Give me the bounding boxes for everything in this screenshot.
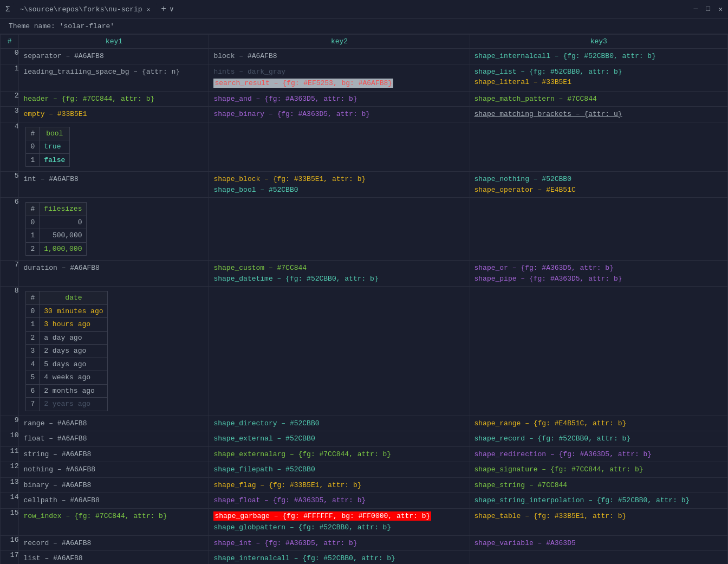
- cell-2-key1: header – {fg: #7CC844, attr: b}: [19, 91, 209, 107]
- row-num-10: 10: [1, 431, 19, 447]
- row-num-6: 6: [1, 198, 19, 261]
- cell-8-key1: # date 0 30 minutes ago 1 3 hours: [19, 287, 209, 416]
- cell-13-key3: shape_string – #7CC844: [470, 477, 727, 493]
- cell-5-key2: shape_block – {fg: #33B5E1, attr: b} sha…: [209, 172, 470, 198]
- cell-2-key3: shape_match_pattern – #7CC844: [470, 91, 727, 107]
- cell-0-key2: block – #A6AFB8: [209, 49, 470, 64]
- cell-14-key3: shape_string_interpolation – {fg: #52CBB…: [470, 493, 727, 509]
- table-row: 1 leading_trailing_space_bg – {attr: n} …: [1, 64, 728, 91]
- cell-17-key1: list – #A6AFB8: [19, 551, 209, 565]
- list-item: 1 false: [26, 153, 70, 167]
- cell-3-key2: shape_binary – {fg: #A363D5, attr: b}: [209, 107, 470, 122]
- main-table: # key1 key2 key3 0 separator – #A6AFB8 b…: [0, 34, 728, 564]
- cell-14-key1: cellpath – #A6AFB8: [19, 493, 209, 509]
- table-row: 12 nothing – #A6AFB8 shape_filepath – #5…: [1, 462, 728, 478]
- tab-dropdown-button[interactable]: ∨: [170, 5, 174, 14]
- cell-1-key1: leading_trailing_space_bg – {attr: n}: [19, 64, 209, 91]
- new-tab-button[interactable]: +: [161, 4, 166, 14]
- cell-8-key2: [209, 287, 470, 416]
- row-num-8: 8: [1, 287, 19, 416]
- list-item: 0 0: [26, 216, 87, 229]
- cell-1-key3: shape_list – {fg: #52CBB0, attr: b} shap…: [470, 64, 727, 91]
- cell-12-key1: nothing – #A6AFB8: [19, 462, 209, 478]
- row-num-12: 12: [1, 462, 19, 478]
- row-num-14: 14: [1, 493, 19, 509]
- bool-col-val: bool: [40, 127, 70, 140]
- cell-6-key2: [209, 198, 470, 261]
- row-num-17: 17: [1, 551, 19, 565]
- table-row: 14 cellpath – #A6AFB8 shape_float – {fg:…: [1, 493, 728, 509]
- list-item: 0 30 minutes ago: [26, 304, 108, 318]
- col-header-key1: key1: [19, 35, 209, 49]
- cell-7-key2: shape_custom – #7CC844 shape_datetime – …: [209, 261, 470, 287]
- row-num-2: 2: [1, 91, 19, 107]
- cell-16-key3: shape_variable – #A363D5: [470, 535, 727, 551]
- row-num-1: 1: [1, 64, 19, 91]
- table-row: 5 int – #A6AFB8 shape_block – {fg: #33B5…: [1, 172, 728, 198]
- active-tab[interactable]: ~\source\repos\forks\nu-scrip ✕: [13, 3, 157, 16]
- cell-4-key1: # bool 0 true 1 false: [19, 122, 209, 172]
- cell-17-key3: [470, 551, 727, 565]
- table-row: 0 separator – #A6AFB8 block – #A6AFB8 sh…: [1, 49, 728, 64]
- col-header-index: #: [1, 35, 19, 49]
- list-item: 3 2 days ago: [26, 345, 108, 358]
- cell-16-key1: record – #A6AFB8: [19, 535, 209, 551]
- tab-close-button[interactable]: ✕: [147, 6, 151, 13]
- cell-7-key1: duration – #A6AFB8: [19, 261, 209, 287]
- filesizes-col-hash: #: [26, 203, 40, 216]
- list-item: 0 true: [26, 140, 70, 154]
- table-row: 17 list – #A6AFB8 shape_internalcall – {…: [1, 551, 728, 565]
- cell-17-key2: shape_internalcall – {fg: #52CBB0, attr:…: [209, 551, 470, 565]
- table-row: 3 empty – #33B5E1 shape_binary – {fg: #A…: [1, 107, 728, 122]
- cell-5-key3: shape_nothing – #52CBB0 shape_operator –…: [470, 172, 727, 198]
- cell-8-key3: [470, 287, 727, 416]
- list-item: 6 2 months ago: [26, 384, 108, 398]
- bool-table: # bool 0 true 1 false: [25, 127, 70, 167]
- table-row: 4 # bool 0 true: [1, 122, 728, 172]
- cell-3-key3: shape_matching_brackets – {attr: u}: [470, 107, 727, 122]
- cell-15-key2: shape_garbage – {fg: #FFFFFF, bg: #FF000…: [209, 508, 470, 535]
- cell-13-key2: shape_flag – {fg: #33B5E1, attr: b}: [209, 477, 470, 493]
- cell-5-key1: int – #A6AFB8: [19, 172, 209, 198]
- close-window-button[interactable]: ✕: [718, 5, 723, 14]
- cell-12-key2: shape_filepath – #52CBB0: [209, 462, 470, 478]
- date-col-val: date: [40, 291, 108, 305]
- cell-9-key3: shape_range – {fg: #E4B51C, attr: b}: [470, 416, 727, 431]
- cell-11-key3: shape_redirection – {fg: #A363D5, attr: …: [470, 446, 727, 462]
- list-item: 5 4 weeks ago: [26, 371, 108, 385]
- row-num-0: 0: [1, 49, 19, 64]
- table-row: 8 # date 0 30 minutes ago: [1, 287, 728, 416]
- date-table: # date 0 30 minutes ago 1 3 hours: [25, 291, 108, 411]
- table-row: 13 binary – #A6AFB8 shape_flag – {fg: #3…: [1, 477, 728, 493]
- cell-10-key3: shape_record – {fg: #52CBB0, attr: b}: [470, 431, 727, 447]
- table-row: 11 string – #A6AFB8 shape_externalarg – …: [1, 446, 728, 462]
- bool-col-hash: #: [26, 127, 40, 140]
- table-row: 6 # filesizes 0 0: [1, 198, 728, 261]
- row-num-15: 15: [1, 508, 19, 535]
- cell-10-key2: shape_external – #52CBB0: [209, 431, 470, 447]
- theme-name-line: Theme name: 'solar-flare': [0, 19, 728, 34]
- row-num-13: 13: [1, 477, 19, 493]
- cell-0-key1: separator – #A6AFB8: [19, 49, 209, 64]
- row-num-7: 7: [1, 261, 19, 287]
- minimize-button[interactable]: —: [694, 5, 698, 14]
- filesizes-table: # filesizes 0 0 1 500,000: [25, 202, 87, 256]
- col-header-key2: key2: [209, 35, 470, 49]
- row-num-9: 9: [1, 416, 19, 431]
- cell-10-key1: float – #A6AFB8: [19, 431, 209, 447]
- row-num-11: 11: [1, 446, 19, 462]
- date-col-hash: #: [26, 291, 40, 305]
- cell-15-key3: shape_table – {fg: #33B5E1, attr: b}: [470, 508, 727, 535]
- row-num-3: 3: [1, 107, 19, 122]
- tab-label: ~\source\repos\forks\nu-scrip: [20, 5, 142, 14]
- restore-button[interactable]: □: [706, 5, 710, 14]
- titlebar: Σ ~\source\repos\forks\nu-scrip ✕ + ∨ — …: [0, 0, 728, 19]
- list-item: 2 a day ago: [26, 331, 108, 345]
- row-num-16: 16: [1, 535, 19, 551]
- cell-11-key1: string – #A6AFB8: [19, 446, 209, 462]
- cell-13-key1: binary – #A6AFB8: [19, 477, 209, 493]
- cell-6-key3: [470, 198, 727, 261]
- table-row: 16 record – #A6AFB8 shape_int – {fg: #A3…: [1, 535, 728, 551]
- cell-12-key3: shape_signature – {fg: #7CC844, attr: b}: [470, 462, 727, 478]
- cell-7-key3: shape_or – {fg: #A363D5, attr: b} shape_…: [470, 261, 727, 287]
